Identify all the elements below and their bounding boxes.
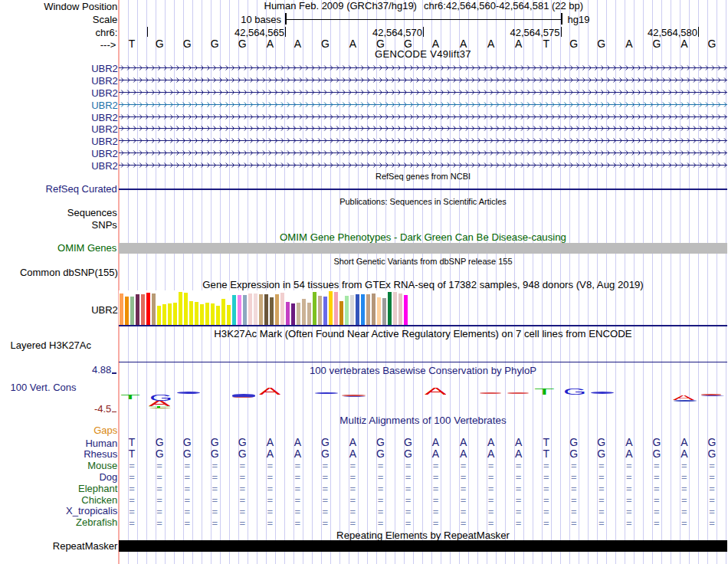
- svg-text:A: A: [673, 395, 694, 400]
- svg-text:T: T: [534, 389, 555, 395]
- svg-text:A: A: [259, 388, 280, 395]
- svg-text:T: T: [120, 395, 140, 399]
- svg-text:A: A: [149, 401, 170, 406]
- svg-text:A: A: [425, 388, 447, 395]
- svg-text:G: G: [563, 389, 586, 395]
